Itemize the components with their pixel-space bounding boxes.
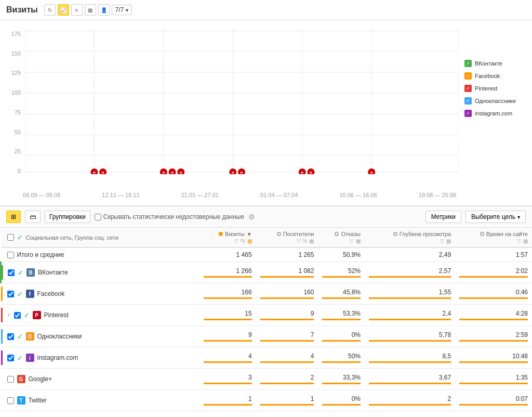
- pinterest-color-box: ✓: [464, 85, 472, 92]
- ok-depth: 5,78: [365, 326, 455, 347]
- gp-bounces: 33,3%: [318, 369, 365, 390]
- lj-time: [455, 411, 532, 418]
- metrics-btn[interactable]: Метрики: [425, 211, 461, 223]
- tw-checkbox[interactable]: [7, 397, 14, 404]
- svg-text:н: н: [310, 170, 312, 174]
- bounces-radio: [335, 232, 339, 236]
- total-bounces: 50,9%: [318, 247, 365, 262]
- table-row: G Google+ 3 2 33,3% 3,67: [1, 369, 533, 390]
- ok-time: 2:59: [455, 326, 532, 347]
- gp-checkbox[interactable]: [7, 376, 14, 383]
- total-row: Итого и средние 1 465 1 265 50,9% 2,49 1…: [1, 247, 533, 262]
- time-radio: [480, 232, 484, 236]
- refresh-icon[interactable]: ↻: [44, 4, 56, 16]
- table-icon[interactable]: ≡: [71, 4, 83, 16]
- user-icon[interactable]: 👤: [98, 4, 110, 16]
- header-icons: ↻ 📈 ≡ ▦ 👤 7/7: [44, 4, 132, 16]
- page-title: Визиты: [6, 5, 38, 15]
- y-axis: 175 150 125 100 75 50 25 0: [6, 29, 23, 174]
- alt-view-btn[interactable]: 🗃: [25, 211, 41, 223]
- vk-checkbox[interactable]: [8, 269, 15, 276]
- hide-unreliable-label[interactable]: Скрывать статистически недостоверные дан…: [95, 213, 244, 220]
- pinterest-expand[interactable]: +: [7, 311, 11, 319]
- fb-depth: 1,55: [365, 283, 455, 305]
- facebook-color-box: ✓: [464, 72, 472, 80]
- pin-visitors: 9: [256, 305, 318, 326]
- table-row: ✓ i instagram.com 4 4 50%: [1, 347, 533, 369]
- tw-depth: 2: [365, 390, 455, 411]
- vk-bar: [204, 276, 252, 278]
- ig-checkbox[interactable]: [7, 355, 14, 361]
- legend-instagram: ✓ instagram.com: [464, 110, 526, 117]
- lj-visits: 1: [200, 411, 256, 418]
- pin-visits: 15: [200, 305, 256, 326]
- visitors-radio: [277, 232, 281, 236]
- svg-text:н: н: [171, 170, 174, 174]
- fb-visits: 166: [200, 283, 256, 305]
- vk-visitors: 1 082: [256, 262, 318, 283]
- select-all-checkbox[interactable]: [7, 234, 14, 241]
- tw-visits: 1: [200, 390, 256, 411]
- table-row: ✓ В ВКонтакте 1 266 1 082 52%: [1, 262, 533, 283]
- ig-depth: 8,5: [365, 347, 455, 369]
- bar-chart-icon[interactable]: ▦: [85, 4, 96, 16]
- svg-text:н: н: [93, 170, 96, 174]
- chart-area: 175 150 125 100 75 50 25 0: [0, 20, 532, 205]
- vk-depth: 2,57: [365, 262, 455, 283]
- goal-btn[interactable]: Выберите цель: [466, 211, 526, 223]
- ig-color-box: ✓: [464, 110, 472, 117]
- legend-vkontakte: ✓ ВКонтакте: [464, 60, 526, 67]
- tw-icon: T: [17, 396, 25, 405]
- ok-visits: 9: [200, 326, 256, 347]
- col-visits: Визиты ▼ ▽ % ▦: [200, 228, 256, 247]
- total-visits: 1 465: [200, 247, 256, 262]
- gp-visits: 3: [200, 369, 256, 390]
- filter-dropdown[interactable]: 7/7: [112, 5, 132, 15]
- ok-icon: О: [26, 332, 34, 341]
- col-time: Время на сайте ▽ ▦: [455, 228, 532, 247]
- page-header: Визиты ↻ 📈 ≡ ▦ 👤 7/7: [0, 0, 532, 20]
- lj-bounces: [318, 411, 365, 418]
- vk-bounces: 52%: [318, 262, 365, 283]
- ok-checkbox[interactable]: [7, 333, 14, 340]
- vk-visits: 1 266: [200, 262, 256, 283]
- svg-text:н: н: [241, 170, 243, 174]
- line-chart-icon[interactable]: 📈: [58, 4, 69, 16]
- chart-container: 175 150 125 100 75 50 25 0: [6, 29, 458, 205]
- legend-pinterest: ✓ Pinterest: [464, 85, 526, 92]
- vkontakte-color-box: ✓: [464, 60, 472, 67]
- ig-bounces: 50%: [318, 347, 365, 369]
- table-view-btn[interactable]: ⊞: [6, 211, 21, 223]
- tw-bounces: 0%: [318, 390, 365, 411]
- x-axis: 09.09 — 09.09 12.11 — 18.11 21.01 — 27.0…: [6, 192, 458, 198]
- data-table: ✓ Социальная сеть, Группа соц. сети Визи…: [0, 228, 532, 417]
- lj-visitors: 1: [256, 411, 318, 418]
- gp-depth: 3,67: [365, 369, 455, 390]
- svg-text:н: н: [232, 170, 234, 174]
- fb-time: 0:46: [455, 283, 532, 305]
- ig-time: 10:48: [455, 347, 532, 369]
- fb-bounces: 45,8%: [318, 283, 365, 305]
- col-depth: Глубина просмотра ▽ ▦: [365, 228, 455, 247]
- fb-checkbox[interactable]: [7, 291, 14, 297]
- pin-icon: P: [33, 311, 41, 319]
- ig-visitors: 4: [256, 347, 318, 369]
- svg-text:н: н: [162, 170, 165, 174]
- chart-legend: ✓ ВКонтакте ✓ Facebook ✓ Pinterest ✓ Одн…: [458, 29, 526, 205]
- col-name: ✓ Социальная сеть, Группа соц. сети: [1, 228, 200, 247]
- settings-icon[interactable]: ⚙: [248, 213, 255, 221]
- table-row: + L Livejournal 1 1: [1, 411, 533, 418]
- chart-grid: н н н н н н н н н: [25, 29, 458, 174]
- ig-visits: 4: [200, 347, 256, 369]
- svg-text:н: н: [370, 170, 373, 174]
- groupings-btn[interactable]: Группировки: [45, 211, 90, 223]
- total-checkbox[interactable]: [7, 252, 14, 258]
- pin-bounces: 53,3%: [318, 305, 365, 326]
- svg-text:н: н: [301, 170, 303, 174]
- tw-visitors: 1: [256, 390, 318, 411]
- table-row: ✓ f Facebook 166 160 45,8%: [1, 283, 533, 305]
- ig-icon: i: [26, 354, 34, 362]
- pin-checkbox[interactable]: [14, 312, 21, 319]
- total-depth: 2,49: [365, 247, 455, 262]
- hide-unreliable-checkbox[interactable]: [95, 214, 101, 220]
